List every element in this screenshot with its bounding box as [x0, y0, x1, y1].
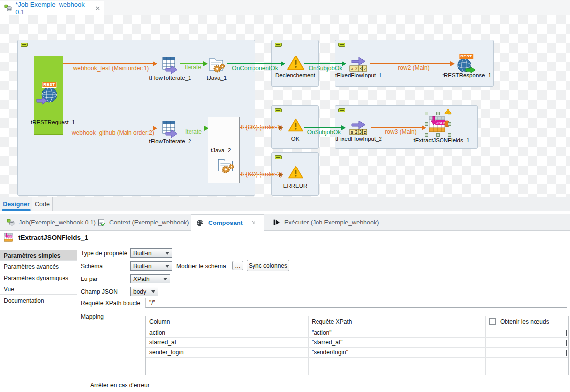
connection-label[interactable]: If (KO) (order:2) — [241, 171, 283, 178]
connection-row2[interactable] — [370, 63, 454, 64]
connection-label[interactable]: webhook_test (Main order:1) — [73, 65, 149, 72]
connection-oncomponentok[interactable] — [227, 63, 285, 64]
component-label[interactable]: tFlowToIterate_1 — [149, 75, 191, 81]
component-settings-header: JSON tExtractJSONFields_1 — [0, 231, 570, 244]
selection-handle[interactable] — [448, 122, 451, 126]
component-label[interactable]: tFlowToIterate_2 — [149, 138, 191, 144]
subjob-collapse-toggle[interactable] — [338, 108, 345, 112]
tab-executer[interactable]: Exécuter (Job Exemple_webhook) — [268, 214, 383, 231]
tab-job[interactable]: Job(Exemple_webhook 0.1) — [2, 214, 101, 231]
component-label[interactable]: tRESTRequest_1 — [31, 119, 75, 125]
component-tjava-1-icon[interactable] — [207, 56, 226, 74]
svg-text:3: 3 — [359, 66, 362, 71]
component-tflowtoiterate-1-icon[interactable] — [161, 56, 180, 75]
tab-context[interactable]: Context (Exemple_webhook) — [92, 214, 194, 231]
job-document-tab[interactable]: *Job Exemple_webhook 0.1 — [0, 1, 104, 15]
sidebar-item-parametres-dynamiques[interactable]: Paramètres dynamiques — [0, 273, 77, 283]
connection-onsubjobok-1[interactable] — [304, 63, 346, 64]
component-label[interactable]: tJava_1 — [207, 75, 227, 81]
mapping-row[interactable]: action"action" — [146, 328, 568, 338]
connection-webhook-test[interactable] — [63, 63, 157, 64]
close-icon[interactable] — [95, 6, 100, 11]
subjob-collapse-toggle[interactable] — [338, 43, 345, 47]
sidebar-item-vue[interactable]: Vue — [0, 284, 77, 295]
xpath-loop-input[interactable]: "/" — [145, 298, 567, 308]
json-field-label: Champ JSON — [81, 288, 118, 295]
connection-row3[interactable] — [371, 127, 425, 128]
schema-select[interactable]: Built-in — [130, 261, 172, 271]
stop-on-error-label: Arrêter en cas d'erreur — [90, 382, 150, 389]
subjob-collapse-toggle[interactable] — [275, 108, 282, 112]
property-type-label: Type de propriété — [81, 250, 127, 257]
json-field-select[interactable]: body — [130, 287, 158, 296]
sync-columns-button[interactable]: Sync colonnes — [247, 260, 289, 271]
selection-handle[interactable] — [436, 112, 440, 115]
component-label[interactable]: tFixedFlowInput_2 — [335, 136, 382, 142]
sidebar-item-documentation[interactable]: Documentation — [0, 295, 77, 306]
get-nodes-checkbox[interactable] — [489, 318, 496, 325]
component-tfixedflowinput-1-icon[interactable]: a 2 3 z — [347, 55, 369, 72]
subjob-collapse-toggle[interactable] — [275, 43, 282, 47]
tab-code[interactable]: Code — [32, 197, 53, 211]
connection-label[interactable]: webhook_github (Main order:2) — [72, 129, 154, 136]
connection-label[interactable]: OnSubjobOk — [307, 129, 341, 136]
rest-badge: REST — [460, 54, 472, 58]
subjob-collapse-toggle[interactable] — [275, 155, 282, 159]
sidebar-item-parametres-simples[interactable]: Paramètres simples — [0, 250, 77, 261]
close-icon[interactable] — [252, 221, 256, 225]
selection-handle[interactable] — [448, 133, 451, 137]
selection-handle[interactable] — [425, 112, 428, 115]
connection-label[interactable]: OnComponentOk — [232, 65, 278, 72]
mapping-row[interactable]: starred_at"starred_at" — [146, 338, 568, 348]
canvas-view-tabs: Designer Code — [0, 197, 570, 211]
component-tjava-2[interactable]: tJava_2 — [208, 117, 240, 183]
component-label[interactable]: tRESTResponse_1 — [443, 72, 491, 78]
component-erreur-icon[interactable] — [287, 165, 304, 180]
component-label[interactable]: OK — [291, 136, 300, 142]
connection-webhook-github[interactable] — [63, 128, 157, 128]
row-end-mark — [566, 330, 567, 336]
component-declenchement-icon[interactable] — [286, 55, 305, 71]
mapping-row[interactable]: sender_login"sender/login" — [146, 348, 568, 358]
rest-request-icon: REST — [37, 82, 61, 110]
edit-schema-button[interactable]: … — [232, 261, 243, 270]
connection-label[interactable]: OnSubjobOk — [309, 65, 343, 72]
tab-composant[interactable]: Composant — [191, 214, 264, 231]
selection-handle[interactable] — [425, 122, 428, 126]
stop-on-error-checkbox[interactable] — [81, 382, 87, 388]
svg-text:2: 2 — [355, 130, 358, 135]
tab-designer[interactable]: Designer — [1, 197, 32, 211]
get-nodes-label: Obtenir les nœuds — [500, 318, 549, 325]
job-icon — [7, 219, 15, 226]
sidebar-item-parametres-avances[interactable]: Paramètres avancés — [0, 261, 77, 272]
connection-label[interactable]: row2 (Main) — [398, 64, 429, 71]
connection-onsubjobok-2[interactable] — [304, 127, 345, 128]
component-label[interactable]: ERREUR — [283, 183, 308, 189]
run-icon — [273, 219, 280, 226]
purple-arrow-icon — [36, 97, 48, 105]
component-label[interactable]: tExtractJSONFields_1 — [413, 137, 469, 143]
svg-text:JSON: JSON — [7, 235, 13, 238]
component-tflowtoiterate-2-icon[interactable] — [161, 120, 180, 139]
read-by-select[interactable]: XPath — [130, 274, 170, 283]
component-tfixedflowinput-2-icon[interactable]: a 2 3 z — [347, 118, 369, 136]
schema-label: Schéma — [81, 263, 103, 270]
mapping-table[interactable]: Column Requête XPath Obtenir les nœuds a… — [145, 316, 569, 375]
selection-handle[interactable] — [425, 133, 428, 137]
component-textractjsonfields[interactable]: JSON — [425, 112, 451, 137]
property-type-select[interactable]: Built-in — [130, 248, 172, 258]
connection-label[interactable]: Iterate — [185, 128, 202, 135]
subjob-collapse-toggle[interactable] — [21, 43, 28, 47]
component-ok-icon[interactable] — [287, 118, 304, 133]
component-tjava-2-icon — [216, 156, 236, 176]
component-label[interactable]: tFixedFlowInput_1 — [335, 72, 382, 78]
connection-label[interactable]: If (OK) (order:1) — [241, 124, 283, 131]
component-trestresponse-icon[interactable]: REST — [455, 54, 477, 74]
selection-handle[interactable] — [436, 133, 440, 137]
component-settings-title: tExtractJSONFields_1 — [18, 234, 88, 241]
component-label[interactable]: Declenchement — [275, 72, 315, 78]
connection-label[interactable]: Iterate — [185, 64, 201, 71]
connection-label[interactable]: row3 (Main) — [385, 128, 416, 135]
column-header: Column — [149, 318, 170, 325]
job-design-canvas[interactable]: webhook_test (Main order:1) Iterate OnCo… — [0, 15, 570, 197]
